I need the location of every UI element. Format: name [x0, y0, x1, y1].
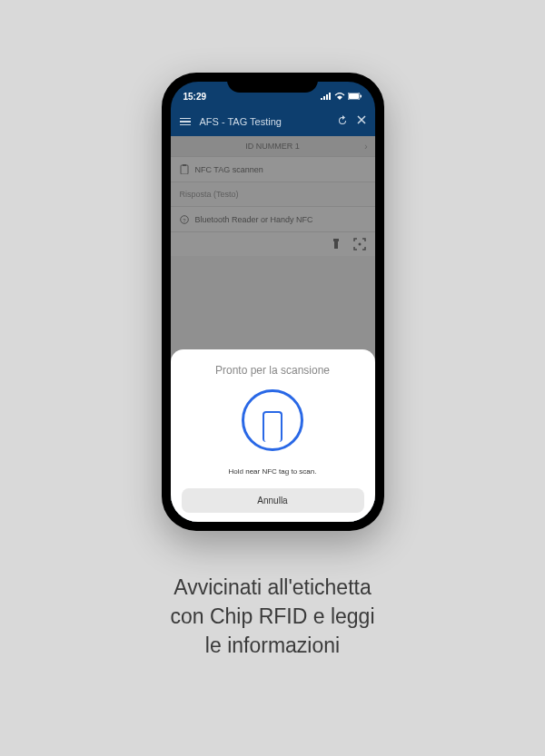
- svg-rect-6: [360, 95, 362, 98]
- caption-line-1: Avvicinati all'etichetta: [171, 573, 375, 602]
- svg-rect-3: [329, 93, 331, 100]
- status-icons: [321, 93, 362, 100]
- phone-screen: 15:29 AFS - TAG Testing: [171, 82, 375, 522]
- refresh-icon[interactable]: [337, 115, 348, 128]
- wifi-icon: [334, 93, 345, 100]
- caption-text: Avvicinati all'etichetta con Chip RFID e…: [144, 573, 402, 661]
- svg-rect-2: [326, 94, 328, 100]
- modal-title: Pronto per la scansione: [182, 364, 364, 377]
- app-header: AFS - TAG Testing: [171, 107, 375, 136]
- menu-icon[interactable]: [180, 118, 191, 126]
- phone-notch: [227, 73, 318, 93]
- svg-rect-0: [321, 98, 322, 100]
- scan-circle-icon: [242, 389, 303, 451]
- svg-rect-5: [349, 93, 359, 99]
- status-time: 15:29: [183, 92, 207, 102]
- phone-frame: 15:29 AFS - TAG Testing: [162, 73, 384, 531]
- battery-icon: [348, 93, 362, 100]
- close-icon[interactable]: [357, 115, 366, 128]
- caption-line-3: le informazioni: [171, 631, 375, 660]
- cancel-button[interactable]: Annulla: [182, 488, 364, 513]
- svg-rect-1: [323, 96, 325, 100]
- signal-icon: [321, 93, 332, 100]
- app-title: AFS - TAG Testing: [200, 116, 328, 127]
- content-area: ID NUMMER 1 › NFC TAG scannen Risposta (…: [171, 136, 375, 522]
- modal-instruction: Hold near NFC tag to scan.: [182, 467, 364, 476]
- caption-line-2: con Chip RFID e leggi: [171, 602, 375, 631]
- phone-outline-icon: [263, 411, 282, 442]
- nfc-scan-modal: Pronto per la scansione Hold near NFC ta…: [171, 349, 375, 522]
